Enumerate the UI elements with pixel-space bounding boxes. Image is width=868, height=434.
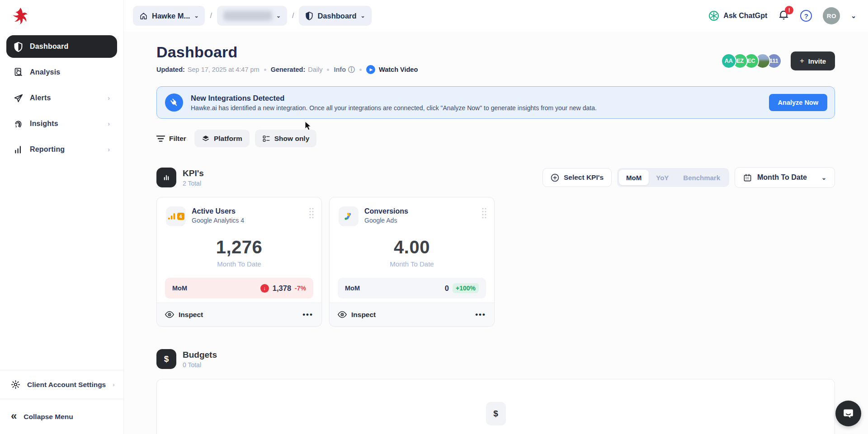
sidebar-item-analysis[interactable]: Analysis	[6, 61, 117, 84]
sidebar-item-label: Dashboard	[30, 42, 68, 51]
page-header: Dashboard Updated: Sep 17, 2025 at 4:47 …	[156, 43, 835, 74]
avatar-initials: EZ	[736, 58, 744, 64]
layers-icon	[202, 135, 210, 143]
date-range-dropdown[interactable]: Month To Date ⌄	[735, 167, 835, 188]
select-kpis-button[interactable]: Select KPI's	[542, 168, 612, 187]
brand-logo[interactable]	[0, 0, 123, 32]
filter-button[interactable]: Filter	[156, 135, 186, 143]
google-ads-icon	[339, 206, 359, 226]
plus-circle-icon	[551, 173, 559, 182]
inspect-button[interactable]: Inspect	[338, 311, 376, 319]
breadcrumb-page-dropdown[interactable]: Dashboard ⌄	[299, 6, 371, 26]
breadcrumb-separator: /	[292, 12, 294, 20]
filter-toolbar: Filter Platform Show only	[156, 130, 835, 147]
paper-plane-icon	[14, 93, 23, 103]
collapse-menu-button[interactable]: « Collapse Menu	[0, 399, 123, 434]
account-menu-chevron-icon[interactable]: ⌄	[851, 12, 856, 19]
select-kpis-label: Select KPI's	[564, 173, 604, 182]
google-analytics-icon: 4	[166, 206, 186, 226]
eye-icon	[338, 311, 347, 318]
home-icon	[139, 12, 148, 20]
notification-badge: !	[785, 6, 793, 14]
more-options-button[interactable]: •••	[302, 310, 313, 319]
kpi-card-conversions: Conversions Google Ads 4.00	[329, 197, 495, 327]
kpi-section-header: KPI's 2 Total Select KPI's MoM YoY Bench…	[156, 167, 835, 188]
user-avatar[interactable]: RO	[823, 7, 840, 24]
watch-video-link[interactable]: ▶ Watch Video	[366, 65, 418, 74]
kpi-controls: Select KPI's MoM YoY Benchmark Month To …	[542, 167, 835, 188]
budgets-empty-panel: $	[156, 379, 835, 434]
kpi-card-active-users: 4 Active Users Google Analytics 4	[156, 197, 322, 327]
toggle-benchmark[interactable]: Benchmark	[676, 170, 727, 185]
inspect-label: Inspect	[179, 311, 203, 319]
sidebar-item-label: Insights	[30, 120, 58, 128]
platform-label: Platform	[214, 135, 242, 143]
budgets-section-title: Budgets	[183, 350, 217, 360]
arrow-down-icon: ↓	[260, 284, 269, 293]
filter-label: Filter	[169, 135, 186, 143]
toggle-mom[interactable]: MoM	[619, 170, 649, 185]
show-only-button[interactable]: Show only	[255, 130, 317, 147]
chevron-down-icon: ⌄	[361, 13, 365, 19]
collapse-icon: «	[11, 411, 17, 421]
invite-button[interactable]: + Invite	[791, 51, 835, 70]
drag-handle-icon[interactable]	[309, 207, 314, 221]
platform-filter-button[interactable]: Platform	[194, 130, 250, 147]
breadcrumb-client-label: Hawke M...	[152, 12, 190, 20]
page-meta: Updated: Sep 17, 2025 at 4:47 pm Generat…	[156, 65, 418, 74]
info-link[interactable]: Info ⓘ	[334, 65, 355, 74]
mom-metric-pill: MoM ↓ 1,378 -7%	[165, 278, 313, 299]
inspect-button[interactable]: Inspect	[165, 311, 203, 319]
analyze-now-button[interactable]: Analyze Now	[769, 94, 827, 111]
breadcrumb-separator: /	[210, 12, 212, 20]
chevron-down-icon: ⌄	[276, 13, 281, 19]
main-content: Dashboard Updated: Sep 17, 2025 at 4:47 …	[124, 32, 868, 434]
metric-value: 1,378	[273, 284, 291, 293]
calendar-icon	[743, 173, 752, 182]
gear-icon	[11, 380, 20, 389]
toggle-yoy[interactable]: YoY	[649, 170, 676, 185]
sidebar-item-reporting[interactable]: Reporting ›	[6, 138, 117, 161]
chat-launcher-button[interactable]	[835, 401, 861, 426]
updated-value: Sep 17, 2025 at 4:47 pm	[188, 66, 259, 73]
ga4-badge: 4	[177, 213, 184, 220]
avatar-initials: AA	[725, 58, 733, 64]
sidebar-item-alerts[interactable]: Alerts ›	[6, 87, 117, 109]
filter-icon	[156, 135, 165, 142]
budgets-section-count: 0 Total	[183, 361, 217, 369]
banner-description: Hawke.ai has identified a new integratio…	[191, 104, 597, 112]
drag-handle-icon[interactable]	[481, 207, 487, 221]
sidebar-item-dashboard[interactable]: Dashboard	[6, 35, 117, 58]
notifications-button[interactable]: !	[778, 9, 789, 23]
topbar-actions: Ask ChatGpt ! ? RO ⌄	[708, 7, 856, 24]
more-options-button[interactable]: •••	[475, 310, 486, 319]
help-label: ?	[804, 12, 808, 20]
invite-label: Invite	[808, 57, 826, 65]
breadcrumb-client-dropdown[interactable]: Hawke M... ⌄	[133, 6, 205, 26]
plug-icon	[165, 93, 183, 112]
dot-separator	[264, 69, 266, 71]
kpi-cards: 4 Active Users Google Analytics 4	[156, 197, 835, 327]
kpi-value: 4.00	[330, 237, 494, 257]
budgets-section-header: $ Budgets 0 Total	[156, 349, 835, 369]
chevron-right-icon: ›	[113, 381, 114, 388]
sidebar-nav: Dashboard Analysis Alerts ›	[0, 32, 123, 161]
client-account-settings[interactable]: Client Account Settings ›	[0, 370, 123, 399]
team-avatars: AA EZ EC 111 + Invite	[721, 51, 835, 70]
dollar-glyph: $	[164, 354, 169, 364]
shield-icon	[14, 42, 23, 52]
chevron-down-icon: ⌄	[194, 13, 198, 19]
help-button[interactable]: ?	[800, 10, 812, 22]
sidebar-item-label: Alerts	[30, 94, 51, 102]
ask-chatgpt-button[interactable]: Ask ChatGpt	[708, 10, 767, 21]
sidebar-item-insights[interactable]: Insights ›	[6, 112, 117, 135]
info-icon: ⓘ	[348, 65, 355, 74]
avatar-initials: 111	[769, 58, 778, 64]
kpi-value: 1,276	[157, 237, 321, 257]
avatar[interactable]: AA	[721, 53, 736, 69]
budget-dollar-chip[interactable]: $	[486, 402, 506, 425]
plus-icon: +	[800, 56, 804, 65]
banner-title: New Integrations Detected	[191, 94, 597, 103]
inspect-label: Inspect	[351, 311, 376, 319]
breadcrumb-account-dropdown[interactable]: ⌄	[217, 6, 287, 26]
